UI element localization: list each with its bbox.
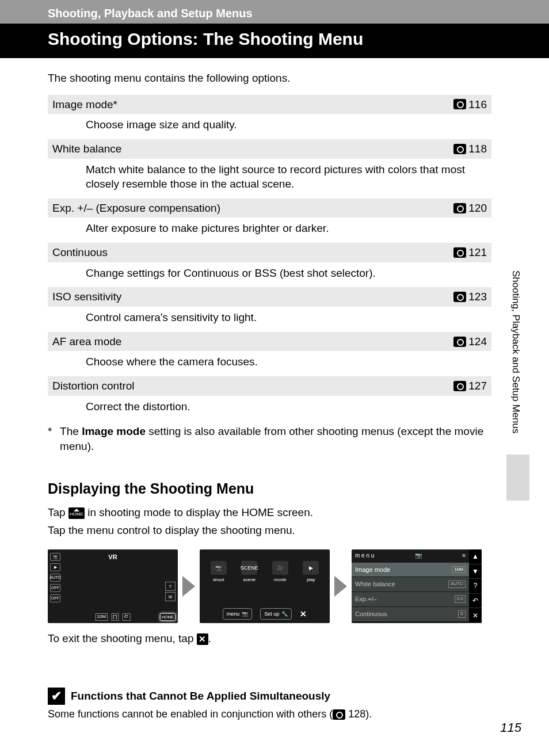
zoom-icon[interactable]: T: [165, 582, 176, 591]
screen1-home-button[interactable]: HOME: [160, 613, 176, 621]
mode-icon: SCENE: [241, 561, 257, 575]
option-head: Continuous 121: [48, 243, 491, 262]
page-title: Shooting Options: The Shooting Menu: [0, 24, 549, 58]
option-description: Correct the distortion.: [48, 396, 491, 420]
reference-icon: [453, 144, 466, 154]
reference-icon: [453, 337, 466, 347]
sidebar-tab: [506, 455, 529, 501]
arrow-icon: [182, 576, 195, 597]
reference-icon: [333, 709, 345, 720]
page-reference: 116: [453, 97, 487, 112]
screen1-side-icon[interactable]: 📷: [50, 553, 60, 561]
home-mode-item[interactable]: 🎥movie: [272, 561, 288, 583]
page-reference: 127: [453, 379, 487, 394]
menu-button[interactable]: menu 📷: [223, 608, 253, 620]
screens-row: VR 📷▶AUTOOFFOFF TW 10M["]⏱ HOME 📷shootSC…: [48, 549, 491, 623]
screen1-side-icon[interactable]: OFF: [50, 584, 60, 592]
footnote-text: The Image mode setting is also available…: [60, 424, 491, 453]
page-ref-number: 121: [468, 245, 487, 260]
home-mode-item[interactable]: SCENEscene: [241, 561, 257, 583]
option-description: Choose image size and quality.: [48, 114, 491, 138]
option-title: Image mode*: [52, 97, 117, 112]
home-mode-item[interactable]: 📷shoot: [211, 561, 227, 583]
footnote: * The Image mode setting is also availab…: [48, 419, 491, 453]
home-close-icon[interactable]: ✕: [300, 609, 307, 620]
exit-instruction: To exit the shooting menu, tap ✕.: [48, 631, 491, 646]
reference-icon: [453, 381, 466, 391]
menu-item[interactable]: Exp.+/–0.0: [352, 592, 469, 606]
reference-icon: [453, 292, 466, 302]
screen1-bottom-icons: 10M["]⏱: [96, 613, 131, 621]
menu-side-button[interactable]: ▼: [469, 564, 482, 579]
menu-item-label: Exp.+/–: [355, 595, 377, 604]
menu-title: m e n u📷≡: [352, 549, 469, 562]
option-description: Change settings for Continuous or BSS (b…: [48, 262, 491, 287]
option-description: Control camera's sensitivity to light.: [48, 307, 491, 331]
screen-home: 📷shootSCENEscene🎥movie▶play menu 📷 Set u…: [200, 549, 330, 623]
breadcrumb: Shooting, Playback and Setup Menus: [0, 5, 549, 24]
mode-label: play: [307, 577, 315, 583]
mode-label: movie: [274, 577, 286, 583]
page-ref-number: 127: [468, 379, 487, 394]
screen-shooting-menu: m e n u📷≡ Image mode10MWhite balanceAUTO…: [352, 549, 482, 623]
status-icon: 10M: [96, 613, 108, 621]
menu-item[interactable]: Image mode10M: [352, 563, 469, 577]
screen1-zoom-icons: TW: [165, 582, 176, 601]
screen-shooting-mode: VR 📷▶AUTOOFFOFF TW 10M["]⏱ HOME: [48, 549, 178, 623]
note-body: Some functions cannot be enabled in conj…: [48, 708, 491, 720]
close-icon: ✕: [197, 633, 208, 645]
page-ref-number: 120: [468, 201, 487, 216]
option-description: Match white balance to the light source …: [48, 159, 491, 197]
menu-item[interactable]: ContinuousS: [352, 607, 469, 621]
menu-item[interactable]: White balanceAUTO: [352, 577, 469, 591]
footnote-mark: *: [48, 424, 55, 453]
reference-icon: [453, 247, 466, 258]
tap-instruction-1: Tap HOME in shooting mode to display the…: [48, 504, 491, 521]
menu-item-label: Continuous: [355, 610, 387, 618]
arrow-icon: [334, 576, 347, 597]
zoom-icon[interactable]: W: [165, 592, 176, 601]
status-icon: ⏱: [122, 613, 130, 621]
menu-side-button[interactable]: ↶: [469, 594, 482, 609]
menu-sidebar: ▲▼?↶✕: [469, 549, 482, 623]
menu-item-label: Image mode: [355, 566, 390, 574]
screen1-side-icon[interactable]: ▶: [50, 563, 60, 571]
screen1-side-icon[interactable]: OFF: [50, 594, 60, 602]
page-ref-number: 124: [468, 334, 487, 349]
option-title: AF area mode: [52, 334, 121, 349]
main-content: The shooting menu contains the following…: [0, 58, 549, 646]
menu-side-button[interactable]: ▲: [469, 549, 482, 564]
option-title: Exp. +/– (Exposure compensation): [52, 201, 220, 216]
home-icon: HOME: [68, 507, 85, 519]
menu-item-value: AUTO: [448, 581, 466, 588]
note-section: ✔ Functions that Cannot Be Applied Simul…: [48, 688, 491, 720]
menu-side-button[interactable]: ?: [469, 579, 482, 594]
setup-button[interactable]: Set up 🔧: [260, 608, 292, 620]
menu-item-value: S: [458, 610, 466, 618]
mode-label: shoot: [213, 577, 224, 583]
reference-icon: [453, 99, 466, 109]
option-head: ISO sensitivity 123: [48, 287, 491, 307]
check-icon: ✔: [48, 688, 65, 705]
vr-indicator: VR: [108, 553, 117, 562]
menu-side-button[interactable]: ✕: [469, 608, 482, 623]
option-title: Distortion control: [52, 379, 135, 394]
option-head: White balance 118: [48, 139, 491, 159]
menu-item-value: 10M: [452, 566, 466, 574]
option-description: Alter exposure to make pictures brighter…: [48, 217, 491, 242]
page-reference: 118: [453, 142, 487, 156]
option-head: AF area mode 124: [48, 332, 491, 352]
note-heading: ✔ Functions that Cannot Be Applied Simul…: [48, 688, 491, 705]
mode-label: scene: [243, 577, 256, 583]
status-icon: ["]: [111, 613, 119, 621]
home-mode-item[interactable]: ▶play: [303, 561, 319, 583]
sidebar-section-label: Shooting, Playback and Setup Menus: [510, 270, 521, 434]
mode-icon: ▶: [303, 561, 319, 575]
page-ref-number: 123: [468, 289, 487, 304]
option-head: Distortion control 127: [48, 376, 491, 396]
screen1-side-icon[interactable]: AUTO: [50, 574, 60, 582]
option-head: Image mode* 116: [48, 95, 491, 114]
page-reference: 123: [453, 289, 487, 304]
screen1-left-icons: 📷▶AUTOOFFOFF: [50, 553, 60, 602]
page-number: 115: [500, 720, 521, 735]
